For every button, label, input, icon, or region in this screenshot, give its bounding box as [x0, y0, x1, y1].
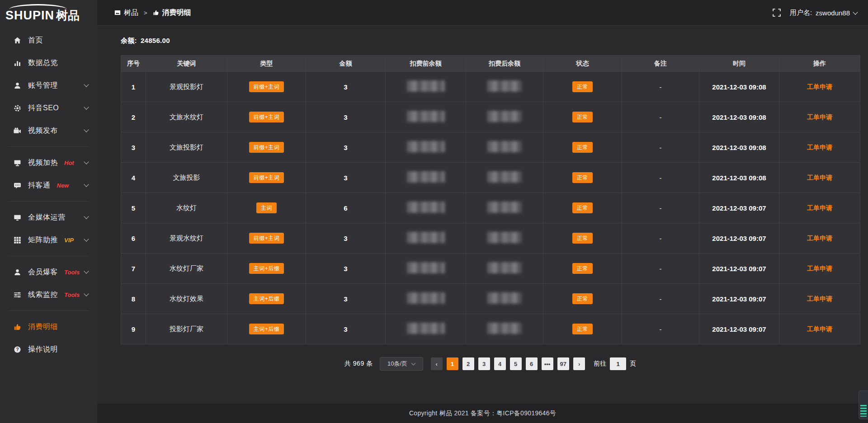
cell-no: 7: [121, 254, 146, 284]
goto-page-input[interactable]: [610, 357, 626, 370]
page-button-3[interactable]: 3: [478, 357, 490, 370]
cell-after-balance: [466, 72, 543, 102]
page-size-select[interactable]: 10条/页: [380, 357, 423, 371]
work-order-link[interactable]: 工单申请: [807, 265, 832, 272]
table-row: 5 水纹灯 主词 6 正常 - 2021-12-03 09:07 工单申请: [121, 193, 860, 223]
cell-before-balance: [386, 314, 466, 344]
cell-after-balance: [466, 163, 543, 193]
prev-page-button[interactable]: ‹: [431, 357, 443, 370]
cell-after-balance: [466, 102, 543, 132]
sidebar-item-label: 抖客通: [28, 181, 51, 190]
fullscreen-icon[interactable]: [773, 9, 781, 17]
cell-keyword: 文旅投影灯: [146, 132, 227, 163]
work-order-link[interactable]: 工单申请: [807, 144, 832, 151]
cell-amount: 6: [306, 193, 386, 223]
gear-icon: [14, 104, 21, 112]
column-header-keyword: 关键词: [146, 56, 227, 72]
sidebar-item-member-burst[interactable]: 会员爆客 Tools: [0, 261, 97, 283]
type-badge: 前缀+主词: [249, 81, 284, 92]
breadcrumb-current[interactable]: 消费明细: [153, 8, 191, 18]
sidebar-item-matrix-boost[interactable]: 矩阵助推 VIP: [0, 229, 97, 251]
cell-keyword: 投影灯厂家: [146, 314, 227, 344]
work-order-link[interactable]: 工单申请: [807, 83, 832, 90]
cell-action: 工单申请: [779, 132, 860, 163]
page-button-1[interactable]: 1: [447, 357, 458, 370]
sidebar-item-data-overview[interactable]: 数据总览: [0, 52, 97, 74]
cell-amount: 3: [306, 72, 386, 102]
member-icon: [14, 268, 21, 276]
table-header-row: 序号 关键词 类型 金额 扣费前余额 扣费后余额 状态 备注 时间 操作: [121, 56, 860, 72]
cell-no: 3: [121, 132, 146, 163]
page-ellipsis-button[interactable]: •••: [542, 357, 553, 370]
sidebar-item-douketong[interactable]: 抖客通 New: [0, 174, 97, 197]
table-row: 3 文旅投影灯 前缀+主词 3 正常 - 2021-12-03 09:08 工单…: [121, 132, 860, 163]
grid-icon: [14, 236, 21, 244]
total-count: 共 969 条: [344, 360, 373, 368]
cell-keyword: 景观投影灯: [146, 72, 227, 102]
sidebar-item-video-heat[interactable]: 视频加热 Hot: [0, 151, 97, 174]
column-header-action: 操作: [779, 56, 860, 72]
cell-type: 前缀+主词: [227, 102, 306, 132]
work-order-link[interactable]: 工单申请: [807, 204, 832, 212]
cell-no: 5: [121, 193, 146, 223]
cell-keyword: 文旅水纹灯: [146, 102, 227, 132]
page-button-4[interactable]: 4: [494, 357, 506, 370]
cell-status: 正常: [543, 102, 622, 132]
sidebar-nav: 首页 数据总览 账号管理 抖音SEO 视频发布 视频加热 Hot: [0, 26, 97, 423]
breadcrumb-separator: >: [144, 9, 147, 16]
column-header-amount: 金额: [306, 56, 386, 72]
user-menu[interactable]: 用户名: zswodun88: [790, 9, 857, 17]
sidebar-item-lead-monitor[interactable]: 线索监控 Tools: [0, 283, 97, 306]
work-order-link[interactable]: 工单申请: [807, 235, 832, 242]
cell-status: 正常: [543, 254, 622, 284]
cell-type: 主词+后缀: [227, 314, 306, 344]
sidebar-item-account-management[interactable]: 账号管理: [0, 74, 97, 97]
redacted-balance-block: [487, 292, 522, 304]
cell-status: 正常: [543, 223, 622, 254]
page-button-97[interactable]: 97: [557, 357, 569, 370]
page-button-5[interactable]: 5: [510, 357, 522, 370]
redacted-balance-block: [487, 202, 522, 213]
cell-after-balance: [466, 254, 543, 284]
screen-fill-icon: [14, 159, 21, 167]
next-page-button[interactable]: ›: [573, 357, 585, 370]
chevron-down-icon: [84, 159, 89, 164]
page-footer: Copyright 树品 2021 备案号：粤ICP备09019646号: [97, 404, 868, 423]
sidebar-item-consumption-detail[interactable]: 消费明细: [0, 315, 97, 338]
breadcrumb-home[interactable]: 树品: [114, 8, 138, 18]
tools-badge: Tools: [64, 291, 80, 298]
cell-remark: -: [622, 254, 699, 284]
redacted-balance-block: [407, 292, 445, 304]
redacted-balance-block: [487, 323, 522, 334]
sidebar-item-home[interactable]: 首页: [0, 29, 97, 52]
cell-time: 2021-12-03 09:07: [699, 314, 779, 344]
logo-arc-decoration: [9, 4, 67, 9]
work-order-link[interactable]: 工单申请: [807, 295, 832, 302]
redacted-balance-block: [407, 111, 445, 122]
sidebar: SHUPIN树品 首页 数据总览 账号管理 抖音SEO 视频发布: [0, 0, 97, 423]
work-order-link[interactable]: 工单申请: [807, 174, 832, 181]
redacted-balance-block: [407, 202, 445, 213]
cell-time: 2021-12-03 09:07: [699, 284, 779, 314]
redacted-balance-block: [487, 232, 522, 243]
cell-no: 9: [121, 314, 146, 344]
sidebar-item-douyin-seo[interactable]: 抖音SEO: [0, 97, 97, 119]
cell-time: 2021-12-03 09:08: [699, 163, 779, 193]
sidebar-item-video-publish[interactable]: 视频发布: [0, 119, 97, 142]
work-order-link[interactable]: 工单申请: [807, 113, 832, 121]
chat-widget-handle[interactable]: [859, 390, 868, 419]
sidebar-item-instructions[interactable]: ? 操作说明: [0, 338, 97, 361]
work-order-link[interactable]: 工单申请: [807, 325, 832, 333]
sidebar-item-all-media[interactable]: 全媒体运营: [0, 206, 97, 229]
top-header-bar: 树品 > 消费明细 用户名: zswodun88: [97, 0, 868, 26]
app-logo: SHUPIN树品: [0, 0, 97, 26]
type-badge: 前缀+主词: [249, 172, 284, 183]
page-buttons: 123456•••97: [447, 357, 569, 370]
page-button-2[interactable]: 2: [462, 357, 474, 370]
cell-action: 工单申请: [779, 102, 860, 132]
table-row: 2 文旅水纹灯 前缀+主词 3 正常 - 2021-12-03 09:08 工单…: [121, 102, 860, 132]
cell-type: 前缀+主词: [227, 72, 306, 102]
cell-amount: 3: [306, 102, 386, 132]
redacted-balance-block: [487, 171, 522, 183]
page-button-6[interactable]: 6: [526, 357, 538, 370]
